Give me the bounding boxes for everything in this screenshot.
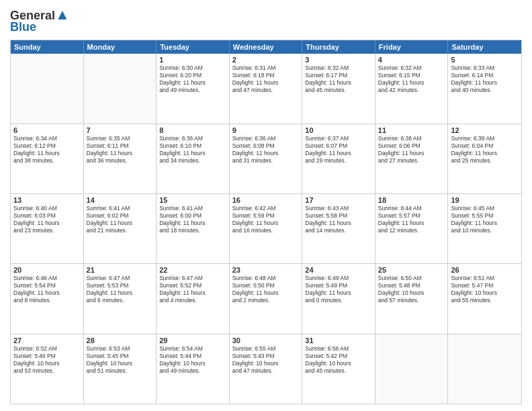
cell-line: Sunset: 5:53 PM	[87, 282, 154, 289]
cell-line: Daylight: 10 hours	[305, 360, 372, 367]
cell-line: Daylight: 11 hours	[305, 220, 372, 227]
cell-line: Daylight: 11 hours	[378, 150, 445, 157]
cell-line: Sunset: 6:20 PM	[159, 72, 226, 79]
cell-line: and 8 minutes.	[13, 297, 81, 304]
cell-line: Daylight: 10 hours	[159, 360, 226, 367]
cell-line: Sunrise: 6:35 AM	[87, 135, 154, 142]
day-number: 12	[451, 126, 519, 134]
cell-line: and 21 minutes.	[87, 227, 154, 234]
calendar-cell: 31Sunrise: 6:56 AMSunset: 5:42 PMDayligh…	[302, 334, 375, 404]
day-number: 1	[159, 56, 226, 64]
calendar-cell: 6Sunrise: 6:34 AMSunset: 6:12 PMDaylight…	[11, 124, 84, 193]
cell-line: Sunset: 5:46 PM	[13, 353, 81, 360]
cell-line: Daylight: 11 hours	[305, 150, 372, 157]
calendar-week: 13Sunrise: 6:40 AMSunset: 6:03 PMDayligh…	[11, 194, 521, 264]
calendar-cell: 15Sunrise: 6:41 AMSunset: 6:00 PMDayligh…	[157, 194, 230, 263]
cell-line: Sunset: 6:10 PM	[159, 142, 226, 150]
calendar-cell: 3Sunrise: 6:32 AMSunset: 6:17 PMDaylight…	[302, 54, 375, 123]
day-number: 15	[159, 196, 226, 204]
cell-line: Sunrise: 6:31 AM	[232, 64, 300, 72]
calendar-header-cell: Sunday	[11, 40, 84, 54]
cell-line: Sunrise: 6:54 AM	[159, 345, 226, 353]
cell-line: Daylight: 11 hours	[451, 150, 519, 157]
cell-line: and 38 minutes.	[13, 157, 81, 165]
day-number: 23	[232, 266, 300, 274]
cell-line: Sunset: 5:54 PM	[13, 282, 81, 289]
cell-line: Sunset: 6:08 PM	[232, 142, 300, 150]
cell-line: Daylight: 11 hours	[13, 289, 81, 297]
cell-line: Daylight: 11 hours	[159, 220, 226, 227]
calendar-cell: 28Sunrise: 6:53 AMSunset: 5:45 PMDayligh…	[84, 334, 157, 404]
cell-line: Sunset: 5:58 PM	[305, 212, 372, 220]
calendar-body: 1Sunrise: 6:30 AMSunset: 6:20 PMDaylight…	[11, 54, 521, 404]
cell-line: Daylight: 11 hours	[87, 289, 154, 297]
cell-line: Sunset: 6:11 PM	[87, 142, 154, 150]
calendar-cell: 12Sunrise: 6:39 AMSunset: 6:04 PMDayligh…	[448, 124, 521, 193]
cell-line: Sunrise: 6:39 AM	[451, 135, 519, 142]
cell-line: Sunrise: 6:51 AM	[451, 275, 519, 282]
logo: General▲ Blue	[10, 7, 70, 34]
day-number: 25	[378, 266, 445, 274]
cell-line: and 14 minutes.	[305, 227, 372, 234]
cell-line: Daylight: 11 hours	[87, 150, 154, 157]
cell-line: Daylight: 11 hours	[451, 220, 519, 227]
cell-line: and 47 minutes.	[232, 367, 300, 375]
cell-line: and 45 minutes.	[305, 367, 372, 375]
cell-line: Daylight: 11 hours	[232, 289, 300, 297]
cell-line: and 40 minutes.	[451, 87, 519, 94]
cell-line: Daylight: 11 hours	[305, 79, 372, 87]
calendar-week: 27Sunrise: 6:52 AMSunset: 5:46 PMDayligh…	[11, 334, 521, 404]
calendar-cell: 17Sunrise: 6:43 AMSunset: 5:58 PMDayligh…	[302, 194, 375, 263]
day-number: 4	[378, 56, 445, 64]
cell-line: Sunset: 5:59 PM	[232, 212, 300, 220]
day-number: 6	[13, 126, 81, 134]
day-number: 10	[305, 126, 372, 134]
calendar-cell: 5Sunrise: 6:33 AMSunset: 6:14 PMDaylight…	[448, 54, 521, 123]
calendar-cell	[11, 54, 84, 123]
day-number: 3	[305, 56, 372, 64]
cell-line: and 25 minutes.	[451, 157, 519, 165]
calendar-cell	[448, 334, 521, 404]
cell-line: Sunrise: 6:45 AM	[451, 205, 519, 212]
cell-line: Daylight: 10 hours	[232, 360, 300, 367]
day-number: 5	[451, 56, 519, 64]
calendar-cell: 19Sunrise: 6:45 AMSunset: 5:55 PMDayligh…	[448, 194, 521, 263]
calendar-cell: 29Sunrise: 6:54 AMSunset: 5:44 PMDayligh…	[157, 334, 230, 404]
cell-line: and 57 minutes.	[378, 297, 445, 304]
calendar-cell: 7Sunrise: 6:35 AMSunset: 6:11 PMDaylight…	[84, 124, 157, 193]
cell-line: Sunrise: 6:41 AM	[159, 205, 226, 212]
cell-line: Sunset: 5:57 PM	[378, 212, 445, 220]
page: General▲ Blue SundayMondayTuesdayWednesd…	[0, 0, 532, 411]
cell-line: Sunset: 6:17 PM	[305, 72, 372, 79]
cell-line: Daylight: 11 hours	[232, 220, 300, 227]
day-number: 19	[451, 196, 519, 204]
day-number: 8	[159, 126, 226, 134]
cell-line: Sunrise: 6:37 AM	[305, 135, 372, 142]
cell-line: and 49 minutes.	[159, 367, 226, 375]
day-number: 9	[232, 126, 300, 134]
cell-line: Daylight: 10 hours	[451, 289, 519, 297]
calendar-cell: 14Sunrise: 6:41 AMSunset: 6:02 PMDayligh…	[84, 194, 157, 263]
calendar-cell: 9Sunrise: 6:36 AMSunset: 6:08 PMDaylight…	[230, 124, 303, 193]
calendar-header-cell: Tuesday	[157, 40, 230, 54]
cell-line: Daylight: 11 hours	[87, 220, 154, 227]
cell-line: Sunrise: 6:36 AM	[232, 135, 300, 142]
day-number: 16	[232, 196, 300, 204]
day-number: 17	[305, 196, 372, 204]
day-number: 29	[159, 336, 226, 345]
cell-line: Daylight: 10 hours	[13, 360, 81, 367]
calendar-cell: 20Sunrise: 6:46 AMSunset: 5:54 PMDayligh…	[11, 264, 84, 333]
day-number: 13	[13, 196, 81, 204]
calendar-header-row: SundayMondayTuesdayWednesdayThursdayFrid…	[11, 40, 521, 54]
calendar-cell: 25Sunrise: 6:50 AMSunset: 5:48 PMDayligh…	[375, 264, 449, 333]
cell-line: Sunrise: 6:56 AM	[305, 345, 372, 353]
calendar-week: 6Sunrise: 6:34 AMSunset: 6:12 PMDaylight…	[11, 124, 521, 194]
cell-line: and 53 minutes.	[13, 367, 81, 375]
cell-line: and 18 minutes.	[159, 227, 226, 234]
day-number: 2	[232, 56, 300, 64]
calendar-cell: 2Sunrise: 6:31 AMSunset: 6:18 PMDaylight…	[230, 54, 303, 123]
cell-line: Sunrise: 6:52 AM	[13, 345, 81, 353]
cell-line: Sunrise: 6:36 AM	[159, 135, 226, 142]
cell-line: Sunrise: 6:32 AM	[305, 64, 372, 72]
cell-line: and 31 minutes.	[232, 157, 300, 165]
